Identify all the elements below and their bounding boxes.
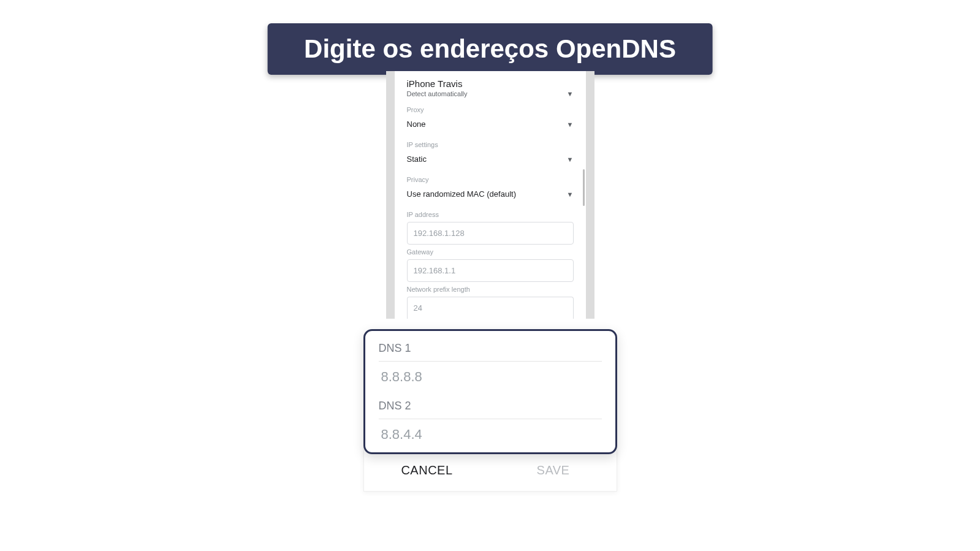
proxy-field[interactable]: Proxy None ▼ [407, 106, 574, 135]
privacy-value: Use randomized MAC (default) [407, 189, 516, 199]
ip-settings-field[interactable]: IP settings Static ▼ [407, 141, 574, 170]
ip-address-input[interactable]: 192.168.1.128 [407, 222, 574, 245]
ip-settings-label: IP settings [407, 141, 574, 148]
prefix-length-label: Network prefix length [407, 286, 574, 293]
chevron-down-icon[interactable]: ▼ [567, 90, 574, 97]
gateway-label: Gateway [407, 248, 574, 256]
dns1-input[interactable]: 8.8.8.8 [379, 361, 602, 393]
dns-highlight-box: DNS 1 8.8.8.8 DNS 2 8.8.4.4 [363, 329, 617, 454]
detect-mode-value[interactable]: Detect automatically [407, 90, 468, 97]
scrollbar[interactable] [583, 169, 585, 206]
proxy-label: Proxy [407, 106, 574, 113]
chevron-down-icon[interactable]: ▼ [567, 156, 574, 163]
dns2-label: DNS 2 [379, 400, 602, 412]
chevron-down-icon[interactable]: ▼ [567, 121, 574, 128]
privacy-label: Privacy [407, 176, 574, 183]
ip-address-field: IP address 192.168.1.128 [407, 211, 574, 245]
ip-settings-value: Static [407, 154, 427, 164]
instruction-banner: Digite os endereços OpenDNS [267, 23, 713, 75]
dns2-group: DNS 2 8.8.4.4 [379, 400, 602, 444]
phone-frame: iPhone Travis Detect automatically ▼ Pro… [386, 71, 594, 319]
prefix-length-field: Network prefix length 24 [407, 286, 574, 319]
ip-address-label: IP address [407, 211, 574, 218]
wifi-dialog: iPhone Travis Detect automatically ▼ Pro… [395, 71, 586, 319]
network-ssid: iPhone Travis [407, 75, 574, 90]
proxy-value: None [407, 120, 426, 129]
dns1-label: DNS 1 [379, 342, 602, 355]
chevron-down-icon[interactable]: ▼ [567, 191, 574, 198]
banner-text: Digite os endereços OpenDNS [304, 34, 676, 63]
privacy-field[interactable]: Privacy Use randomized MAC (default) ▼ [407, 176, 574, 205]
dialog-button-bar: CANCEL SAVE [363, 449, 617, 492]
prefix-length-input[interactable]: 24 [407, 297, 574, 319]
dns1-group: DNS 1 8.8.8.8 [379, 342, 602, 393]
save-button[interactable]: SAVE [490, 463, 617, 477]
gateway-input[interactable]: 192.168.1.1 [407, 259, 574, 282]
gateway-field: Gateway 192.168.1.1 [407, 248, 574, 282]
cancel-button[interactable]: CANCEL [364, 463, 490, 477]
dns2-input[interactable]: 8.8.4.4 [379, 419, 602, 444]
